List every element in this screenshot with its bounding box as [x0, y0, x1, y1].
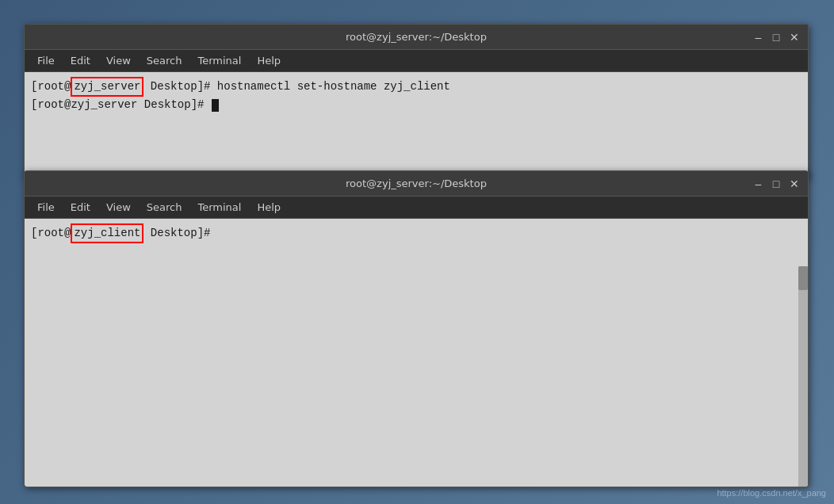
close-button-2[interactable]: ✕: [788, 177, 800, 191]
terminal-line-1-1: [root@zyj_server Desktop]# hostnamectl s…: [31, 77, 801, 97]
title-bar-2: root@zyj_server:~/Desktop – □ ✕: [25, 171, 808, 197]
maximize-button-1[interactable]: □: [771, 30, 782, 44]
scrollbar-thumb-2[interactable]: [798, 266, 808, 290]
terminal-line-1-2: [root@zyj_server Desktop]#: [31, 97, 801, 113]
menu-bar-1: File Edit View Search Terminal Help: [25, 50, 808, 72]
window-title-1: root@zyj_server:~/Desktop: [80, 31, 752, 43]
menu-help-1[interactable]: Help: [251, 53, 287, 68]
menu-view-2[interactable]: View: [100, 200, 137, 215]
maximize-button-2[interactable]: □: [771, 177, 782, 191]
minimize-button-2[interactable]: –: [752, 177, 764, 191]
window-controls-1: – □ ✕: [752, 30, 800, 44]
window-title-2: root@zyj_server:~/Desktop: [80, 178, 752, 189]
scrollbar-2[interactable]: [798, 266, 808, 487]
minimize-button-1[interactable]: –: [752, 30, 764, 44]
menu-view-1[interactable]: View: [100, 53, 137, 68]
hostname-highlight-1: zyj_server: [71, 77, 143, 97]
terminal-window-1: root@zyj_server:~/Desktop – □ ✕ File Edi…: [24, 24, 809, 178]
menu-terminal-2[interactable]: Terminal: [191, 200, 247, 215]
hostname-highlight-2: zyj_client: [71, 223, 143, 243]
close-button-1[interactable]: ✕: [788, 30, 800, 44]
terminal-body-1: [root@zyj_server Desktop]# hostnamectl s…: [25, 72, 808, 178]
line1-suffix-2: Desktop]#: [143, 225, 210, 242]
cursor-1: [212, 99, 219, 112]
menu-bar-2: File Edit View Search Terminal Help: [25, 197, 808, 219]
menu-edit-1[interactable]: Edit: [64, 53, 97, 68]
menu-search-2[interactable]: Search: [140, 200, 189, 215]
window-controls-2: – □ ✕: [752, 177, 800, 191]
watermark: https://blog.csdn.net/x_pang: [717, 488, 826, 498]
menu-help-2[interactable]: Help: [251, 200, 287, 215]
line1-suffix: Desktop]# hostnamectl set-hostname zyj_c…: [143, 78, 450, 95]
terminal-window-2: root@zyj_server:~/Desktop – □ ✕ File Edi…: [24, 170, 809, 487]
menu-edit-2[interactable]: Edit: [64, 200, 97, 215]
line1-prefix: [root@: [31, 78, 71, 95]
menu-file-1[interactable]: File: [31, 53, 61, 68]
menu-search-1[interactable]: Search: [140, 53, 189, 68]
menu-terminal-1[interactable]: Terminal: [191, 53, 247, 68]
title-bar-1: root@zyj_server:~/Desktop – □ ✕: [25, 25, 808, 50]
line1-prefix-2: [root@: [31, 225, 71, 242]
terminal-line-2-1: [root@zyj_client Desktop]#: [31, 223, 801, 243]
terminal-body-2: [root@zyj_client Desktop]#: [25, 219, 808, 487]
menu-file-2[interactable]: File: [31, 200, 61, 215]
line2-text: [root@zyj_server Desktop]#: [31, 97, 211, 113]
